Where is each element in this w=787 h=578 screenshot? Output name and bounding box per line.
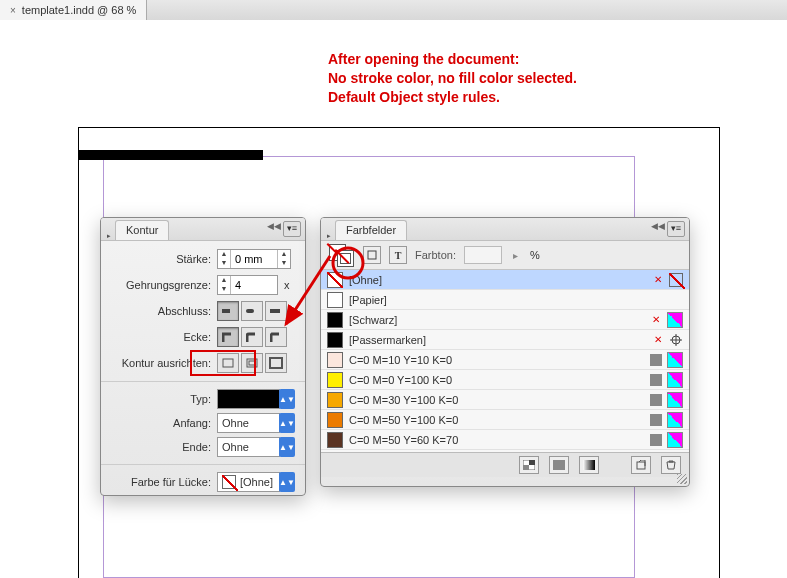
swatch-name: C=0 M=10 Y=10 K=0 — [349, 354, 643, 366]
weight-input[interactable] — [231, 250, 277, 268]
swatch-color-icon — [327, 272, 343, 288]
cmyk-icon — [667, 352, 683, 368]
collapse-icon[interactable]: ◀◀ — [267, 221, 281, 231]
process-icon — [649, 373, 663, 387]
swatch-color-icon — [327, 372, 343, 388]
svg-rect-0 — [222, 309, 230, 313]
swatch-row[interactable]: [Papier] — [321, 290, 689, 310]
swatch-row[interactable]: [Schwarz]✕ — [321, 310, 689, 330]
miter-stepper[interactable]: ▲▼ — [217, 275, 278, 295]
gap-color-value: [Ohne] — [217, 472, 280, 492]
tint-unit: % — [530, 249, 540, 261]
align-center-icon[interactable] — [217, 353, 239, 373]
swatch-row[interactable]: C=0 M=50 Y=100 K=0 — [321, 410, 689, 430]
align-outside-icon[interactable] — [265, 353, 287, 373]
swatch-color-icon — [327, 292, 343, 308]
document-tab-title: template1.indd @ 68 % — [22, 4, 137, 16]
miter-label: Gehrungsgrenze: — [111, 279, 211, 291]
tint-label: Farbton: — [415, 249, 456, 261]
join-bevel-icon[interactable] — [265, 327, 287, 347]
svg-rect-20 — [637, 462, 645, 469]
none-icon — [669, 273, 683, 287]
panel-tab-label: Kontur — [126, 224, 158, 236]
locked-icon: ✕ — [651, 273, 665, 287]
swatch-color-icon — [327, 392, 343, 408]
panel-tab-farbfelder[interactable]: Farbfelder — [335, 220, 407, 240]
canvas: After opening the document: No stroke co… — [0, 20, 787, 578]
text-formatting-icon[interactable]: T — [389, 246, 407, 264]
svg-rect-11 — [650, 394, 662, 406]
type-dropdown[interactable]: ▲▼ — [217, 390, 295, 408]
cap-square-icon[interactable] — [265, 301, 287, 321]
join-miter-icon[interactable] — [217, 327, 239, 347]
type-label: Typ: — [111, 393, 211, 405]
stroke-panel[interactable]: ▸ Kontur ◀◀ ▾≡ Stärke: ▲▼ ▲▼ Gehrungsgre… — [100, 217, 306, 496]
svg-rect-9 — [650, 354, 662, 366]
chevron-down-icon[interactable]: ▲▼ — [279, 472, 295, 492]
app-window: × template1.indd @ 68 % After opening th… — [0, 0, 787, 578]
fill-stroke-proxy[interactable] — [329, 244, 355, 266]
cap-label: Abschluss: — [111, 305, 211, 317]
black-rectangle-object[interactable] — [78, 150, 263, 160]
cmyk-icon — [667, 432, 683, 448]
document-tab[interactable]: × template1.indd @ 68 % — [0, 0, 147, 20]
swatch-name: [Papier] — [349, 294, 677, 306]
align-inside-icon[interactable] — [241, 353, 263, 373]
swatch-row[interactable]: [Passermarken]✕ — [321, 330, 689, 350]
type-value — [217, 389, 280, 409]
swatch-name: C=0 M=0 Y=100 K=0 — [349, 374, 643, 386]
join-round-icon[interactable] — [241, 327, 263, 347]
swatch-list[interactable]: [Ohne]✕[Papier][Schwarz]✕[Passermarken]✕… — [321, 270, 689, 452]
swatch-row[interactable]: C=0 M=30 Y=100 K=0 — [321, 390, 689, 410]
svg-rect-17 — [523, 465, 529, 470]
new-swatch-icon[interactable] — [631, 456, 651, 474]
stroke-box-icon[interactable] — [337, 250, 354, 267]
swatch-name: C=0 M=50 Y=60 K=70 — [349, 434, 643, 446]
end-dropdown[interactable]: Ohne ▲▼ — [217, 438, 295, 456]
panel-tab-strip: ▸ Farbfelder ◀◀ ▾≡ — [321, 218, 689, 241]
svg-rect-2 — [270, 309, 280, 313]
tint-slider-icon[interactable]: ▸ — [510, 247, 522, 263]
weight-stepper[interactable]: ▲▼ ▲▼ — [217, 249, 291, 269]
svg-rect-7 — [368, 251, 376, 259]
start-dropdown[interactable]: Ohne ▲▼ — [217, 414, 295, 432]
swatch-row[interactable]: C=0 M=50 Y=60 K=70 — [321, 430, 689, 450]
gap-color-dropdown[interactable]: [Ohne] ▲▼ — [217, 473, 295, 491]
show-color-icon[interactable] — [549, 456, 569, 474]
collapse-icon[interactable]: ◀◀ — [651, 221, 665, 231]
chevron-down-icon[interactable]: ▲▼ — [279, 437, 295, 457]
process-icon — [649, 353, 663, 367]
panel-menu-button[interactable]: ▾≡ — [283, 221, 301, 237]
resize-handle[interactable] — [677, 474, 687, 484]
process-icon — [649, 433, 663, 447]
cmyk-icon — [667, 452, 683, 453]
end-label: Ende: — [111, 441, 211, 453]
show-gradient-icon[interactable] — [579, 456, 599, 474]
chevron-down-icon[interactable]: ▲▼ — [279, 389, 295, 409]
swatch-row[interactable]: C=0 M=0 Y=100 K=0 — [321, 370, 689, 390]
swatch-name: [Schwarz] — [349, 314, 643, 326]
miter-input[interactable] — [231, 276, 277, 294]
tint-input[interactable] — [464, 246, 502, 264]
cap-butt-icon[interactable] — [217, 301, 239, 321]
swatch-row[interactable]: C=0 M=10 Y=10 K=0 — [321, 350, 689, 370]
panel-footer — [321, 452, 689, 477]
cmyk-icon — [667, 372, 683, 388]
show-swatches-icon[interactable] — [519, 456, 539, 474]
cap-round-icon[interactable] — [241, 301, 263, 321]
panel-tab-kontur[interactable]: Kontur — [115, 220, 169, 240]
container-formatting-icon[interactable] — [363, 246, 381, 264]
panel-menu-button[interactable]: ▾≡ — [667, 221, 685, 237]
registration-icon — [669, 333, 683, 347]
miter-unit: x — [284, 279, 290, 291]
swatch-row[interactable]: [Ohne]✕ — [321, 270, 689, 290]
swatches-panel[interactable]: ▸ Farbfelder ◀◀ ▾≡ T Farbton: ▸ % [Ohne]… — [320, 217, 690, 487]
svg-rect-16 — [529, 460, 535, 465]
svg-rect-12 — [650, 414, 662, 426]
delete-swatch-icon[interactable] — [661, 456, 681, 474]
close-icon[interactable]: × — [10, 5, 16, 16]
chevron-down-icon[interactable]: ▲▼ — [279, 413, 295, 433]
svg-rect-3 — [223, 359, 233, 367]
cmyk-icon — [667, 312, 683, 328]
gap-color-label: Farbe für Lücke: — [111, 476, 211, 488]
